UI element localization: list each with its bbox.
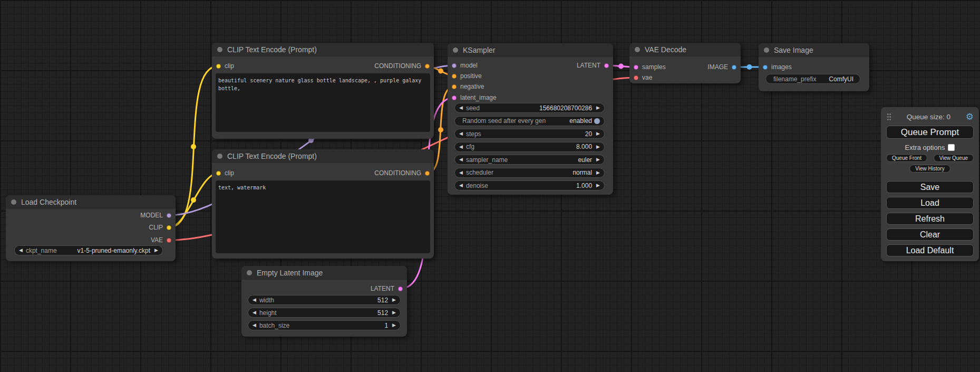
widget-sampler-name[interactable]: ◀ sampler_name euler ▶	[454, 155, 605, 165]
slot-dot-clip[interactable]	[167, 225, 171, 230]
slot-dot-latent[interactable]	[604, 63, 609, 68]
load-button[interactable]: Load	[886, 197, 974, 209]
negative-prompt-textarea[interactable]: text, watermark	[216, 180, 430, 253]
input-slot-images[interactable]: images	[763, 62, 792, 72]
increment-arrow-icon[interactable]: ▶	[596, 106, 600, 110]
increment-arrow-icon[interactable]: ▶	[392, 310, 396, 315]
decrement-arrow-icon[interactable]: ◀	[459, 170, 463, 175]
input-slot-negative[interactable]: negative	[452, 82, 484, 91]
widget-filename-prefix[interactable]: filename_prefix ComfyUI	[765, 74, 860, 84]
node-empty-latent-image[interactable]: Empty Latent Image LATENT ◀ width 512 ▶ …	[241, 266, 407, 337]
node-title-bar[interactable]: Save Image	[759, 43, 869, 57]
node-title-bar[interactable]: Load Checkpoint	[6, 195, 176, 209]
widget-cfg[interactable]: ◀ cfg 8.000 ▶	[454, 142, 605, 152]
widget-width[interactable]: ◀ width 512 ▶	[248, 295, 401, 305]
slot-label: model	[460, 62, 478, 69]
node-vae-decode[interactable]: VAE Decode samples vae IMAGE	[629, 43, 741, 83]
widget-height[interactable]: ◀ height 512 ▶	[248, 308, 401, 318]
increment-arrow-icon[interactable]: ▶	[596, 145, 600, 149]
node-title-bar[interactable]: Empty Latent Image	[241, 266, 407, 280]
decrement-arrow-icon[interactable]: ◀	[253, 323, 256, 328]
output-slot-image[interactable]: IMAGE	[707, 62, 736, 72]
decrement-arrow-icon[interactable]: ◀	[459, 106, 463, 110]
slot-dot-conditioning[interactable]	[452, 84, 457, 89]
widget-value: 1.000	[576, 182, 592, 189]
slot-dot-model[interactable]	[167, 213, 171, 218]
widget-seed[interactable]: ◀ seed 156680208700286 ▶	[454, 103, 605, 113]
slot-dot-image[interactable]	[732, 65, 736, 70]
output-slot-model[interactable]: MODEL	[140, 211, 171, 220]
input-slot-clip[interactable]: clip	[216, 61, 234, 71]
slot-dot-conditioning[interactable]	[425, 171, 430, 176]
clear-button[interactable]: Clear	[886, 228, 974, 241]
increment-arrow-icon[interactable]: ▶	[392, 323, 396, 328]
input-slot-model[interactable]: model	[452, 61, 478, 70]
slot-dot-image[interactable]	[763, 65, 768, 70]
output-slot-conditioning[interactable]: CONDITIONING	[374, 61, 430, 71]
refresh-button[interactable]: Refresh	[886, 213, 974, 225]
widget-scheduler[interactable]: ◀ scheduler normal ▶	[454, 168, 605, 178]
load-default-button[interactable]: Load Default	[886, 244, 974, 256]
input-slot-positive[interactable]: positive	[452, 71, 482, 81]
output-slot-latent[interactable]: LATENT	[371, 284, 403, 293]
input-slot-samples[interactable]: samples	[634, 62, 666, 72]
gear-icon[interactable]: ⚙	[966, 112, 974, 121]
increment-arrow-icon[interactable]: ▶	[596, 131, 600, 136]
slot-dot-conditioning[interactable]	[452, 74, 457, 79]
extra-options-label: Extra options	[905, 144, 945, 151]
widget-batch-size[interactable]: ◀ batch_size 1 ▶	[248, 320, 401, 330]
widget-steps[interactable]: ◀ steps 20 ▶	[454, 129, 605, 139]
slot-dot-latent[interactable]	[398, 287, 403, 291]
node-title-bar[interactable]: VAE Decode	[629, 43, 741, 56]
slot-dot-vae[interactable]	[167, 238, 171, 243]
increment-arrow-icon[interactable]: ▶	[596, 157, 600, 162]
decrement-arrow-icon[interactable]: ◀	[459, 183, 463, 188]
node-save-image[interactable]: Save Image images filename_prefix ComfyU…	[759, 43, 869, 91]
positive-prompt-textarea[interactable]: beautiful scenery nature glass bottle la…	[216, 73, 430, 132]
slot-dot-latent[interactable]	[634, 65, 638, 70]
slot-dot-clip[interactable]	[216, 171, 221, 176]
node-load-checkpoint[interactable]: Load Checkpoint MODEL CLIP VAE ◀ ckpt_na…	[6, 195, 176, 261]
view-history-button[interactable]: View History	[909, 165, 950, 173]
input-slot-clip[interactable]: clip	[216, 168, 234, 178]
node-title-bar[interactable]: CLIP Text Encode (Prompt)	[212, 149, 434, 163]
slot-dot-conditioning[interactable]	[425, 64, 430, 69]
extra-options-checkbox[interactable]	[948, 144, 955, 151]
output-slot-latent[interactable]: LATENT	[577, 61, 609, 70]
queue-front-button[interactable]: Queue Front	[886, 154, 927, 162]
output-slot-clip[interactable]: CLIP	[149, 223, 171, 232]
slot-dot-latent[interactable]	[452, 96, 457, 100]
increment-arrow-icon[interactable]: ▶	[596, 183, 600, 188]
node-clip-text-encode-negative[interactable]: CLIP Text Encode (Prompt) clip CONDITION…	[212, 149, 434, 259]
node-title-bar[interactable]: KSampler	[448, 43, 613, 57]
input-slot-vae[interactable]: vae	[634, 73, 652, 82]
slot-dot-model[interactable]	[452, 63, 457, 68]
slot-dot-vae[interactable]	[634, 75, 638, 80]
decrement-arrow-icon[interactable]: ◀	[19, 248, 23, 253]
increment-arrow-icon[interactable]: ▶	[392, 298, 396, 302]
widget-label: sampler_name	[466, 156, 508, 164]
decrement-arrow-icon[interactable]: ◀	[459, 131, 463, 136]
decrement-arrow-icon[interactable]: ◀	[253, 310, 256, 315]
slot-dot-clip[interactable]	[216, 64, 221, 69]
slot-label: samples	[642, 63, 666, 71]
queue-prompt-button[interactable]: Queue Prompt	[886, 126, 974, 139]
decrement-arrow-icon[interactable]: ◀	[459, 157, 463, 162]
drag-handle-icon[interactable]	[887, 113, 891, 120]
node-title-bar[interactable]: CLIP Text Encode (Prompt)	[212, 43, 434, 56]
decrement-arrow-icon[interactable]: ◀	[459, 145, 463, 149]
decrement-arrow-icon[interactable]: ◀	[253, 298, 256, 302]
increment-arrow-icon[interactable]: ▶	[596, 170, 600, 175]
save-button[interactable]: Save	[886, 181, 974, 193]
widget-denoise[interactable]: ◀ denoise 1.000 ▶	[454, 180, 605, 190]
node-clip-text-encode-positive[interactable]: CLIP Text Encode (Prompt) clip CONDITION…	[212, 43, 434, 139]
widget-ckpt-name[interactable]: ◀ ckpt_name v1-5-pruned-emaonly.ckpt ▶	[14, 245, 163, 255]
widget-random-seed-toggle[interactable]: Random seed after every gen enabled	[454, 116, 605, 126]
view-queue-button[interactable]: View Queue	[934, 154, 974, 162]
node-ksampler[interactable]: KSampler model positive negative latent_…	[448, 43, 613, 195]
increment-arrow-icon[interactable]: ▶	[154, 248, 158, 253]
input-slot-latent-image[interactable]: latent_image	[452, 93, 497, 102]
toggle-indicator-icon[interactable]	[594, 118, 600, 124]
output-slot-vae[interactable]: VAE	[151, 235, 171, 245]
output-slot-conditioning[interactable]: CONDITIONING	[374, 168, 430, 178]
